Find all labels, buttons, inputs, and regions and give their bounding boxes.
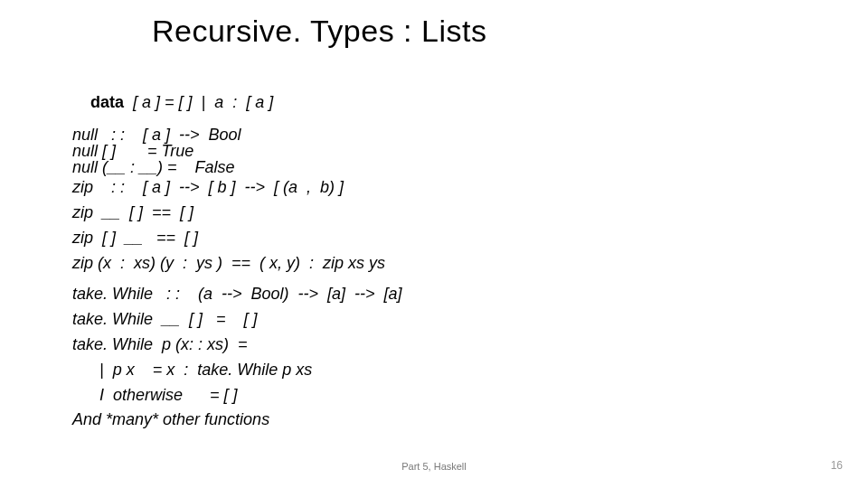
code-line: zip [ ] __ == [ ] xyxy=(72,226,385,251)
code-line: take. While __ [ ] = [ ] xyxy=(72,307,402,333)
code-line: [ a ] = [ ] | a : [ a ] xyxy=(124,93,273,111)
code-line: zip __ [ ] == [ ] xyxy=(72,201,385,226)
code-line: zip (x : xs) (y : ys ) == ( x, y) : zip … xyxy=(72,251,385,277)
code-block-2: take. While : : (a --> Bool) --> [a] -->… xyxy=(72,282,402,433)
code-line: take. While : : (a --> Bool) --> [a] -->… xyxy=(72,282,402,307)
code-line: take. While p (x: : xs) = xyxy=(72,333,402,358)
code-line: null : : [ a ] --> Bool xyxy=(72,127,385,143)
code-line: null (__ : __) = False xyxy=(72,159,385,175)
code-line: null [ ] = True xyxy=(72,143,385,159)
keyword-data: data xyxy=(90,93,124,111)
code-line: | p x = x : take. While p xs xyxy=(72,358,402,383)
code-line: And *many* other functions xyxy=(72,408,402,433)
page-number: 16 xyxy=(831,459,843,472)
footer-text: Part 5, Haskell xyxy=(0,461,868,472)
code-line: zip : : [ a ] --> [ b ] --> [ (a , b) ] xyxy=(72,175,385,201)
slide-title: Recursive. Types : Lists xyxy=(152,14,486,49)
code-line: I otherwise = [ ] xyxy=(72,383,402,408)
code-block-1: data [ a ] = [ ] | a : [ a ] null : : [ … xyxy=(72,78,385,277)
